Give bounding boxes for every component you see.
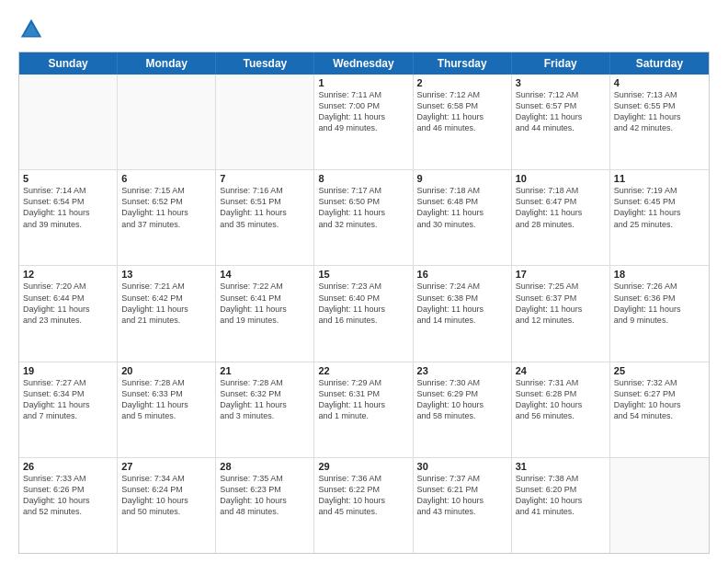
- day-number: 26: [23, 461, 113, 472]
- day-cell-10: 10Sunrise: 7:18 AM Sunset: 6:47 PM Dayli…: [512, 170, 610, 265]
- day-cell-7: 7Sunrise: 7:16 AM Sunset: 6:51 PM Daylig…: [216, 170, 314, 265]
- day-info: Sunrise: 7:11 AM Sunset: 7:00 PM Dayligh…: [318, 89, 408, 134]
- logo-icon: [18, 17, 44, 42]
- day-number: 2: [417, 77, 507, 88]
- day-cell-28: 28Sunrise: 7:35 AM Sunset: 6:23 PM Dayli…: [216, 458, 314, 553]
- page-header: [18, 17, 710, 42]
- day-number: 17: [516, 269, 606, 280]
- day-number: 28: [220, 461, 310, 472]
- day-cell-17: 17Sunrise: 7:25 AM Sunset: 6:37 PM Dayli…: [512, 266, 610, 361]
- day-cell-12: 12Sunrise: 7:20 AM Sunset: 6:44 PM Dayli…: [19, 266, 118, 361]
- day-info: Sunrise: 7:30 AM Sunset: 6:29 PM Dayligh…: [417, 377, 507, 422]
- day-number: 25: [614, 365, 705, 376]
- day-number: 11: [614, 173, 705, 184]
- day-cell-9: 9Sunrise: 7:18 AM Sunset: 6:48 PM Daylig…: [414, 170, 512, 265]
- header-day-friday: Friday: [512, 52, 610, 75]
- day-info: Sunrise: 7:15 AM Sunset: 6:52 PM Dayligh…: [121, 185, 211, 230]
- header-day-wednesday: Wednesday: [314, 52, 413, 75]
- day-info: Sunrise: 7:19 AM Sunset: 6:45 PM Dayligh…: [614, 185, 705, 230]
- empty-cell-4-6: [610, 458, 709, 553]
- day-info: Sunrise: 7:25 AM Sunset: 6:37 PM Dayligh…: [516, 281, 606, 326]
- calendar: SundayMondayTuesdayWednesdayThursdayFrid…: [18, 52, 710, 554]
- calendar-row-1: 5Sunrise: 7:14 AM Sunset: 6:54 PM Daylig…: [19, 170, 709, 266]
- day-number: 22: [318, 365, 408, 376]
- day-info: Sunrise: 7:34 AM Sunset: 6:24 PM Dayligh…: [121, 473, 211, 518]
- day-number: 12: [23, 269, 113, 280]
- day-number: 8: [318, 173, 408, 184]
- day-number: 31: [516, 461, 606, 472]
- day-number: 5: [23, 173, 113, 184]
- day-number: 4: [614, 77, 705, 88]
- day-cell-24: 24Sunrise: 7:31 AM Sunset: 6:28 PM Dayli…: [512, 362, 610, 457]
- day-cell-4: 4Sunrise: 7:13 AM Sunset: 6:55 PM Daylig…: [610, 75, 709, 169]
- day-number: 9: [417, 173, 507, 184]
- day-cell-16: 16Sunrise: 7:24 AM Sunset: 6:38 PM Dayli…: [414, 266, 512, 361]
- day-cell-14: 14Sunrise: 7:22 AM Sunset: 6:41 PM Dayli…: [216, 266, 314, 361]
- day-number: 18: [614, 269, 705, 280]
- day-info: Sunrise: 7:22 AM Sunset: 6:41 PM Dayligh…: [220, 281, 310, 326]
- day-number: 3: [516, 77, 606, 88]
- day-info: Sunrise: 7:33 AM Sunset: 6:26 PM Dayligh…: [23, 473, 113, 518]
- day-info: Sunrise: 7:14 AM Sunset: 6:54 PM Dayligh…: [23, 185, 113, 230]
- day-cell-5: 5Sunrise: 7:14 AM Sunset: 6:54 PM Daylig…: [19, 170, 118, 265]
- day-info: Sunrise: 7:12 AM Sunset: 6:57 PM Dayligh…: [516, 89, 606, 134]
- day-info: Sunrise: 7:18 AM Sunset: 6:47 PM Dayligh…: [516, 185, 606, 230]
- calendar-row-0: 1Sunrise: 7:11 AM Sunset: 7:00 PM Daylig…: [19, 75, 709, 170]
- day-cell-30: 30Sunrise: 7:37 AM Sunset: 6:21 PM Dayli…: [414, 458, 512, 553]
- day-number: 27: [121, 461, 211, 472]
- day-cell-8: 8Sunrise: 7:17 AM Sunset: 6:50 PM Daylig…: [314, 170, 413, 265]
- day-cell-25: 25Sunrise: 7:32 AM Sunset: 6:27 PM Dayli…: [610, 362, 709, 457]
- day-info: Sunrise: 7:27 AM Sunset: 6:34 PM Dayligh…: [23, 377, 113, 422]
- day-cell-18: 18Sunrise: 7:26 AM Sunset: 6:36 PM Dayli…: [610, 266, 709, 361]
- day-number: 24: [516, 365, 606, 376]
- calendar-row-3: 19Sunrise: 7:27 AM Sunset: 6:34 PM Dayli…: [19, 362, 709, 458]
- day-info: Sunrise: 7:35 AM Sunset: 6:23 PM Dayligh…: [220, 473, 310, 518]
- day-cell-6: 6Sunrise: 7:15 AM Sunset: 6:52 PM Daylig…: [118, 170, 216, 265]
- day-number: 29: [318, 461, 408, 472]
- day-cell-20: 20Sunrise: 7:28 AM Sunset: 6:33 PM Dayli…: [118, 362, 216, 457]
- day-number: 30: [417, 461, 507, 472]
- day-info: Sunrise: 7:12 AM Sunset: 6:58 PM Dayligh…: [417, 89, 507, 134]
- day-number: 14: [220, 269, 310, 280]
- day-number: 13: [121, 269, 211, 280]
- day-info: Sunrise: 7:28 AM Sunset: 6:32 PM Dayligh…: [220, 377, 310, 422]
- day-number: 19: [23, 365, 113, 376]
- day-cell-21: 21Sunrise: 7:28 AM Sunset: 6:32 PM Dayli…: [216, 362, 314, 457]
- day-cell-19: 19Sunrise: 7:27 AM Sunset: 6:34 PM Dayli…: [19, 362, 118, 457]
- day-cell-26: 26Sunrise: 7:33 AM Sunset: 6:26 PM Dayli…: [19, 458, 118, 553]
- header-day-tuesday: Tuesday: [216, 52, 314, 75]
- header-day-monday: Monday: [118, 52, 216, 75]
- day-cell-1: 1Sunrise: 7:11 AM Sunset: 7:00 PM Daylig…: [314, 75, 413, 169]
- day-info: Sunrise: 7:29 AM Sunset: 6:31 PM Dayligh…: [318, 377, 408, 422]
- calendar-row-2: 12Sunrise: 7:20 AM Sunset: 6:44 PM Dayli…: [19, 266, 709, 362]
- header-day-sunday: Sunday: [19, 52, 118, 75]
- calendar-row-4: 26Sunrise: 7:33 AM Sunset: 6:26 PM Dayli…: [19, 458, 709, 553]
- day-info: Sunrise: 7:32 AM Sunset: 6:27 PM Dayligh…: [614, 377, 705, 422]
- day-info: Sunrise: 7:21 AM Sunset: 6:42 PM Dayligh…: [121, 281, 211, 326]
- day-cell-31: 31Sunrise: 7:38 AM Sunset: 6:20 PM Dayli…: [512, 458, 610, 553]
- empty-cell-0-2: [216, 75, 314, 169]
- day-cell-29: 29Sunrise: 7:36 AM Sunset: 6:22 PM Dayli…: [314, 458, 413, 553]
- day-number: 1: [318, 77, 408, 88]
- header-day-thursday: Thursday: [414, 52, 512, 75]
- day-cell-11: 11Sunrise: 7:19 AM Sunset: 6:45 PM Dayli…: [610, 170, 709, 265]
- header-day-saturday: Saturday: [610, 52, 709, 75]
- day-info: Sunrise: 7:37 AM Sunset: 6:21 PM Dayligh…: [417, 473, 507, 518]
- day-number: 10: [516, 173, 606, 184]
- calendar-page: SundayMondayTuesdayWednesdayThursdayFrid…: [0, 0, 728, 563]
- day-cell-27: 27Sunrise: 7:34 AM Sunset: 6:24 PM Dayli…: [118, 458, 216, 553]
- day-info: Sunrise: 7:38 AM Sunset: 6:20 PM Dayligh…: [516, 473, 606, 518]
- day-number: 16: [417, 269, 507, 280]
- day-number: 15: [318, 269, 408, 280]
- day-cell-23: 23Sunrise: 7:30 AM Sunset: 6:29 PM Dayli…: [414, 362, 512, 457]
- day-number: 21: [220, 365, 310, 376]
- day-info: Sunrise: 7:26 AM Sunset: 6:36 PM Dayligh…: [614, 281, 705, 326]
- day-number: 23: [417, 365, 507, 376]
- calendar-header: SundayMondayTuesdayWednesdayThursdayFrid…: [19, 52, 709, 75]
- day-cell-22: 22Sunrise: 7:29 AM Sunset: 6:31 PM Dayli…: [314, 362, 413, 457]
- day-info: Sunrise: 7:17 AM Sunset: 6:50 PM Dayligh…: [318, 185, 408, 230]
- day-info: Sunrise: 7:20 AM Sunset: 6:44 PM Dayligh…: [23, 281, 113, 326]
- logo: [18, 17, 48, 42]
- empty-cell-0-1: [118, 75, 216, 169]
- day-info: Sunrise: 7:28 AM Sunset: 6:33 PM Dayligh…: [121, 377, 211, 422]
